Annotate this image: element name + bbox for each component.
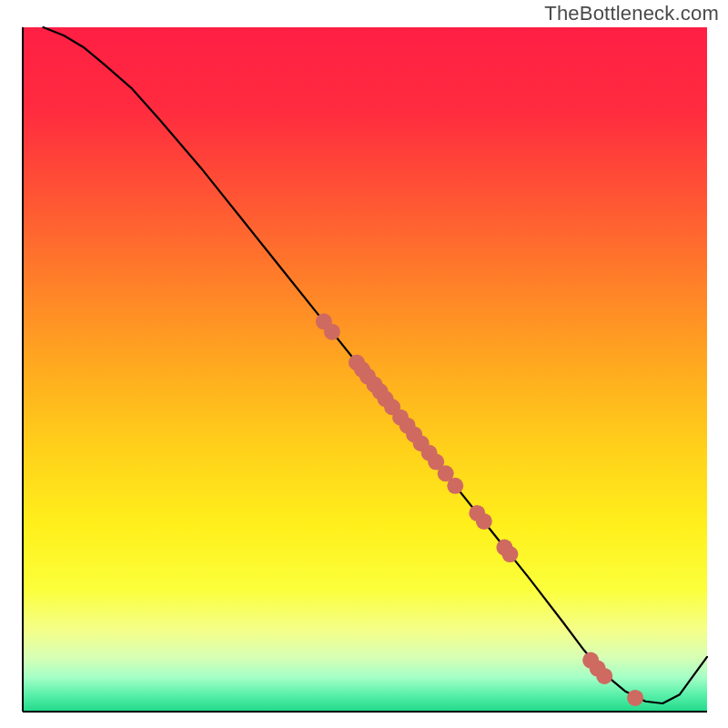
data-dot [596, 668, 612, 684]
bottleneck-chart [0, 0, 728, 728]
data-dot [501, 546, 518, 562]
data-dot [447, 478, 463, 494]
chart-stage: TheBottleneck.com [0, 0, 728, 728]
data-dot [627, 690, 643, 706]
data-dot [476, 513, 492, 530]
data-dot [324, 324, 340, 340]
